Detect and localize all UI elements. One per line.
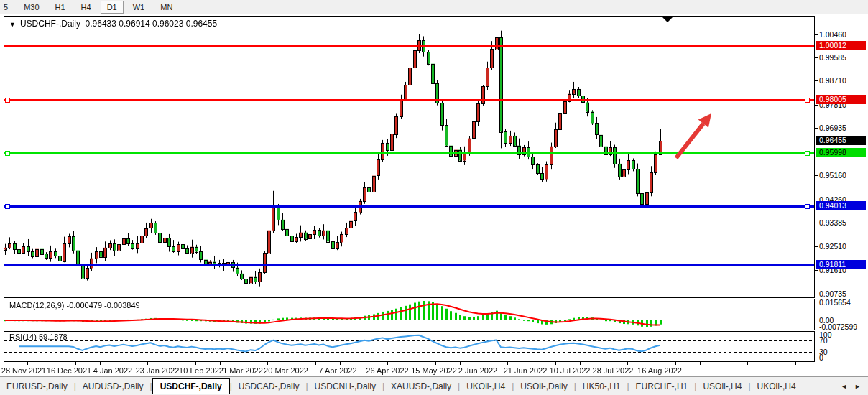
date-axis-label: 10 Feb 2022: [179, 366, 223, 375]
date-axis-label: 4 Jan 2022: [93, 366, 132, 375]
date-axis-tick: [244, 362, 244, 365]
date-axis-tick: [4, 362, 4, 365]
date-axis-tick: [100, 362, 101, 365]
timeframe-button-h1[interactable]: H1: [49, 1, 72, 14]
date-axis-tick: [627, 362, 628, 365]
chevron-down-icon[interactable]: ▼: [9, 21, 16, 28]
tab-ukoilh4[interactable]: UKOil-,H4: [751, 379, 803, 394]
date-axis-label: 2 Jun 2022: [458, 366, 497, 375]
date-axis-tick: [147, 362, 148, 365]
price-level-badge: 0.95998: [816, 148, 866, 157]
tab-scroll-right-icon[interactable]: ►: [854, 383, 861, 390]
price-chart-pane[interactable]: [4, 16, 815, 298]
date-axis-tick: [387, 362, 388, 365]
date-axis-label: 15 May 2022: [411, 366, 457, 375]
date-axis-tick: [724, 362, 724, 365]
timeframe-button-5[interactable]: 5: [0, 1, 14, 14]
price-axis-tick: [815, 57, 818, 58]
timeframe-button-d1[interactable]: D1: [101, 1, 124, 14]
date-axis-label: 10 Jul 2022: [550, 366, 591, 375]
toolbar-separator: [185, 2, 185, 12]
date-axis-label: 1 Mar 2022: [223, 366, 263, 375]
timeframe-button-mn[interactable]: MN: [154, 1, 179, 14]
price-level-badge: 0.98005: [816, 95, 866, 104]
date-axis-tick: [484, 362, 484, 365]
date-axis-tick: [340, 362, 341, 365]
date-axis-tick: [315, 362, 316, 365]
chart-title: ▼USDCHF-,Daily 0.96433 0.96914 0.96023 0…: [9, 19, 217, 29]
date-axis-tick: [75, 362, 76, 365]
date-axis-tick: [220, 362, 221, 365]
price-axis-label: 0.95160: [819, 171, 846, 180]
date-axis-label: 23 Jan 2022: [136, 366, 180, 375]
tab-usdchfdaily[interactable]: USDCHF-,Daily: [152, 378, 230, 394]
date-axis-tick: [172, 362, 172, 365]
price-axis-tick: [815, 200, 818, 200]
timeframe-button-m30[interactable]: M30: [17, 1, 45, 14]
price-level-badge: 0.91811: [816, 260, 866, 269]
date-axis-tick: [507, 362, 508, 365]
price-axis: 1.004600.995850.987100.978100.969350.951…: [815, 16, 868, 362]
price-axis-label: 1.00460: [819, 30, 846, 39]
timeframe-toolbar: 5M30H1H4D1W1MN: [0, 0, 868, 14]
timeframe-button-h4[interactable]: H4: [75, 1, 98, 14]
price-axis-tick: [815, 294, 818, 294]
tab-audusddaily[interactable]: AUDUSD-,Daily: [76, 379, 150, 394]
date-axis-label: 7 Apr 2022: [318, 366, 356, 375]
price-axis-tick: [815, 270, 818, 271]
price-axis-tick: [815, 34, 818, 35]
price-axis-tick: [815, 223, 818, 223]
date-axis-label: 28 Jul 2022: [593, 366, 634, 375]
date-axis-tick: [267, 362, 268, 365]
price-axis-label: 0.90735: [819, 289, 846, 298]
tab-xauusddaily[interactable]: XAUUSD-,Daily: [384, 379, 458, 394]
timeframe-button-w1[interactable]: W1: [126, 1, 152, 14]
tab-usdcaddaily[interactable]: USDCAD-,Daily: [232, 379, 306, 394]
ohlc-values: 0.96433 0.96914 0.96023 0.96455: [86, 19, 218, 29]
tab-usoildaily[interactable]: USOil-,Daily: [514, 379, 573, 394]
rsi-axis-label: 70: [819, 336, 828, 345]
price-axis-tick: [815, 80, 818, 81]
price-axis-tick: [815, 246, 818, 247]
tab-eurusddaily[interactable]: EURUSD-,Daily: [0, 379, 74, 394]
date-axis-tick: [124, 362, 124, 365]
macd-indicator-label: MACD(12,26,9) -0.000479 -0.003849: [9, 301, 140, 310]
date-axis-tick: [772, 362, 772, 365]
date-axis-tick: [675, 362, 676, 365]
date-axis-tick: [412, 362, 412, 365]
date-axis-tick: [292, 362, 292, 365]
candlestick-canvas[interactable]: [4, 17, 814, 297]
date-axis-tick: [460, 362, 461, 365]
date-axis-tick: [52, 362, 52, 365]
date-axis-tick: [652, 362, 652, 365]
date-axis-tick: [747, 362, 748, 365]
price-axis-label: 0.96935: [819, 124, 846, 132]
tab-scroll-left-icon[interactable]: ◄: [841, 383, 847, 390]
date-axis-tick: [795, 362, 796, 365]
price-level-badge: 0.96455: [816, 136, 866, 145]
date-axis-label: 21 Jun 2022: [504, 366, 548, 375]
price-axis-label: 0.98710: [819, 76, 846, 85]
price-axis-label: 0.92510: [819, 242, 846, 251]
price-axis-label: 0.93385: [819, 218, 846, 227]
date-axis-tick: [700, 362, 701, 365]
rsi-indicator-label: RSI(14) 59.1878: [9, 333, 68, 341]
symbol-name: USDCHF-,Daily: [20, 19, 80, 29]
date-axis-tick: [195, 362, 196, 365]
chart-tabs: EURUSD-,Daily|AUDUSD-,Daily|USDCHF-,Dail…: [0, 376, 868, 395]
tab-usdcnhdaily[interactable]: USDCNH-,Daily: [308, 379, 382, 394]
tab-ukoilh4[interactable]: UKOil-,H4: [460, 379, 512, 394]
macd-axis-label: 0.015654: [819, 298, 851, 307]
date-axis-tick: [27, 362, 28, 365]
date-axis-tick: [555, 362, 556, 365]
tab-hk50h1[interactable]: HK50-,H1: [576, 379, 627, 394]
date-axis-tick: [580, 362, 581, 365]
rsi-pane[interactable]: [4, 331, 815, 362]
price-axis-tick: [815, 105, 818, 106]
date-axis-label: 20 Mar 2022: [264, 366, 308, 375]
rsi-canvas: [4, 332, 814, 361]
tab-usoilh4[interactable]: USOil-,H4: [696, 379, 748, 394]
tab-eurchfh1[interactable]: EURCHF-,H1: [629, 379, 695, 394]
price-axis-label: 0.99585: [819, 53, 846, 62]
date-axis-tick: [364, 362, 364, 365]
